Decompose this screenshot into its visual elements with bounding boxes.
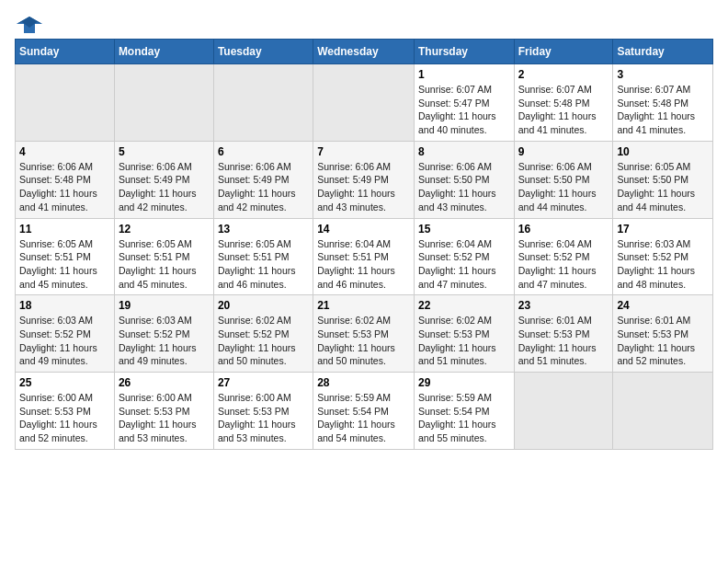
calendar-cell: 13Sunrise: 6:05 AM Sunset: 5:51 PM Dayli…: [213, 218, 313, 295]
day-number: 8: [418, 145, 510, 158]
calendar-day-header: Sunday: [16, 40, 115, 64]
day-number: 17: [617, 223, 709, 236]
day-number: 13: [218, 223, 309, 236]
day-info: Sunrise: 6:00 AM Sunset: 5:53 PM Dayligh…: [218, 391, 309, 445]
calendar-day-header: Friday: [514, 40, 613, 64]
calendar-cell: 4Sunrise: 6:06 AM Sunset: 5:48 PM Daylig…: [16, 141, 115, 218]
calendar-day-header: Tuesday: [213, 40, 313, 64]
calendar-week-row: 1Sunrise: 6:07 AM Sunset: 5:47 PM Daylig…: [16, 64, 713, 142]
calendar-cell: 20Sunrise: 6:02 AM Sunset: 5:52 PM Dayli…: [213, 295, 313, 373]
day-number: 29: [418, 376, 510, 389]
calendar-cell: 24Sunrise: 6:01 AM Sunset: 5:53 PM Dayli…: [613, 295, 713, 373]
day-info: Sunrise: 6:01 AM Sunset: 5:53 PM Dayligh…: [617, 314, 709, 368]
day-number: 21: [317, 299, 410, 312]
day-info: Sunrise: 6:06 AM Sunset: 5:49 PM Dayligh…: [218, 160, 309, 214]
calendar-cell: [514, 373, 613, 450]
day-info: Sunrise: 6:05 AM Sunset: 5:51 PM Dayligh…: [218, 237, 309, 292]
day-info: Sunrise: 6:04 AM Sunset: 5:52 PM Dayligh…: [518, 237, 609, 292]
day-info: Sunrise: 6:02 AM Sunset: 5:52 PM Dayligh…: [218, 314, 309, 368]
calendar-day-header: Monday: [114, 40, 213, 64]
day-number: 26: [119, 376, 210, 389]
day-info: Sunrise: 6:03 AM Sunset: 5:52 PM Dayligh…: [19, 314, 110, 368]
calendar-cell: [114, 64, 213, 142]
day-number: 12: [119, 223, 210, 236]
calendar-body: 1Sunrise: 6:07 AM Sunset: 5:47 PM Daylig…: [16, 64, 713, 450]
day-number: 11: [19, 223, 110, 236]
day-number: 4: [19, 145, 110, 158]
calendar-cell: 19Sunrise: 6:03 AM Sunset: 5:52 PM Dayli…: [114, 295, 213, 373]
calendar-cell: 5Sunrise: 6:06 AM Sunset: 5:49 PM Daylig…: [114, 141, 213, 218]
day-number: 19: [119, 299, 210, 312]
day-info: Sunrise: 6:05 AM Sunset: 5:51 PM Dayligh…: [19, 237, 110, 292]
calendar-cell: [313, 64, 415, 142]
calendar-cell: 27Sunrise: 6:00 AM Sunset: 5:53 PM Dayli…: [213, 373, 313, 450]
calendar-cell: 12Sunrise: 6:05 AM Sunset: 5:51 PM Dayli…: [114, 218, 213, 295]
day-number: 5: [119, 145, 210, 158]
calendar-cell: 16Sunrise: 6:04 AM Sunset: 5:52 PM Dayli…: [514, 218, 613, 295]
calendar-cell: 22Sunrise: 6:02 AM Sunset: 5:53 PM Dayli…: [414, 295, 514, 373]
calendar-cell: 9Sunrise: 6:06 AM Sunset: 5:50 PM Daylig…: [514, 141, 613, 218]
day-info: Sunrise: 6:07 AM Sunset: 5:48 PM Dayligh…: [617, 83, 709, 137]
calendar-header-row: SundayMondayTuesdayWednesdayThursdayFrid…: [16, 40, 713, 64]
calendar-cell: 10Sunrise: 6:05 AM Sunset: 5:50 PM Dayli…: [613, 141, 713, 218]
calendar-cell: 15Sunrise: 6:04 AM Sunset: 5:52 PM Dayli…: [414, 218, 514, 295]
calendar-cell: 28Sunrise: 5:59 AM Sunset: 5:54 PM Dayli…: [313, 373, 415, 450]
calendar-cell: [16, 64, 115, 142]
day-info: Sunrise: 6:06 AM Sunset: 5:49 PM Dayligh…: [317, 160, 410, 214]
day-number: 9: [518, 145, 609, 158]
day-number: 15: [418, 223, 510, 236]
calendar-cell: 3Sunrise: 6:07 AM Sunset: 5:48 PM Daylig…: [613, 64, 713, 142]
calendar-day-header: Saturday: [613, 40, 713, 64]
calendar-cell: [613, 373, 713, 450]
day-info: Sunrise: 6:01 AM Sunset: 5:53 PM Dayligh…: [518, 314, 609, 368]
day-number: 10: [617, 145, 709, 158]
calendar-table: SundayMondayTuesdayWednesdayThursdayFrid…: [15, 39, 713, 450]
calendar-week-row: 18Sunrise: 6:03 AM Sunset: 5:52 PM Dayli…: [16, 295, 713, 373]
calendar-cell: 8Sunrise: 6:06 AM Sunset: 5:50 PM Daylig…: [414, 141, 514, 218]
day-number: 20: [218, 299, 309, 312]
day-info: Sunrise: 6:03 AM Sunset: 5:52 PM Dayligh…: [119, 314, 210, 368]
day-info: Sunrise: 6:06 AM Sunset: 5:49 PM Dayligh…: [119, 160, 210, 214]
calendar-cell: 23Sunrise: 6:01 AM Sunset: 5:53 PM Dayli…: [514, 295, 613, 373]
day-info: Sunrise: 5:59 AM Sunset: 5:54 PM Dayligh…: [418, 391, 510, 445]
calendar-cell: 21Sunrise: 6:02 AM Sunset: 5:53 PM Dayli…: [313, 295, 415, 373]
calendar-cell: 14Sunrise: 6:04 AM Sunset: 5:51 PM Dayli…: [313, 218, 415, 295]
calendar-cell: 26Sunrise: 6:00 AM Sunset: 5:53 PM Dayli…: [114, 373, 213, 450]
day-info: Sunrise: 6:05 AM Sunset: 5:51 PM Dayligh…: [119, 237, 210, 292]
calendar-cell: 7Sunrise: 6:06 AM Sunset: 5:49 PM Daylig…: [313, 141, 415, 218]
calendar-cell: 11Sunrise: 6:05 AM Sunset: 5:51 PM Dayli…: [16, 218, 115, 295]
day-info: Sunrise: 6:05 AM Sunset: 5:50 PM Dayligh…: [617, 160, 709, 214]
day-info: Sunrise: 6:06 AM Sunset: 5:48 PM Dayligh…: [19, 160, 110, 214]
day-info: Sunrise: 5:59 AM Sunset: 5:54 PM Dayligh…: [317, 391, 410, 445]
calendar-week-row: 11Sunrise: 6:05 AM Sunset: 5:51 PM Dayli…: [16, 218, 713, 295]
day-info: Sunrise: 6:02 AM Sunset: 5:53 PM Dayligh…: [317, 314, 410, 368]
day-info: Sunrise: 6:06 AM Sunset: 5:50 PM Dayligh…: [418, 160, 510, 214]
day-info: Sunrise: 6:03 AM Sunset: 5:52 PM Dayligh…: [617, 237, 709, 292]
calendar-cell: 18Sunrise: 6:03 AM Sunset: 5:52 PM Dayli…: [16, 295, 115, 373]
day-number: 27: [218, 376, 309, 389]
day-number: 25: [19, 376, 110, 389]
calendar-cell: 17Sunrise: 6:03 AM Sunset: 5:52 PM Dayli…: [613, 218, 713, 295]
day-number: 2: [518, 68, 609, 81]
day-number: 7: [317, 145, 410, 158]
day-info: Sunrise: 6:00 AM Sunset: 5:53 PM Dayligh…: [119, 391, 210, 445]
day-number: 14: [317, 223, 410, 236]
calendar-cell: 6Sunrise: 6:06 AM Sunset: 5:49 PM Daylig…: [213, 141, 313, 218]
day-number: 28: [317, 376, 410, 389]
calendar-cell: [213, 64, 313, 142]
day-number: 23: [518, 299, 609, 312]
calendar-cell: 25Sunrise: 6:00 AM Sunset: 5:53 PM Dayli…: [16, 373, 115, 450]
day-info: Sunrise: 6:04 AM Sunset: 5:52 PM Dayligh…: [418, 237, 510, 292]
day-info: Sunrise: 6:07 AM Sunset: 5:48 PM Dayligh…: [518, 83, 609, 137]
day-info: Sunrise: 6:00 AM Sunset: 5:53 PM Dayligh…: [19, 391, 110, 445]
svg-marker-1: [17, 17, 42, 28]
calendar-cell: 2Sunrise: 6:07 AM Sunset: 5:48 PM Daylig…: [514, 64, 613, 142]
day-info: Sunrise: 6:06 AM Sunset: 5:50 PM Dayligh…: [518, 160, 609, 214]
calendar-day-header: Thursday: [414, 40, 514, 64]
calendar-day-header: Wednesday: [313, 40, 415, 64]
day-number: 3: [617, 68, 709, 81]
day-number: 18: [19, 299, 110, 312]
calendar-week-row: 4Sunrise: 6:06 AM Sunset: 5:48 PM Daylig…: [16, 141, 713, 218]
logo-bird-icon: [17, 15, 42, 35]
day-number: 6: [218, 145, 309, 158]
